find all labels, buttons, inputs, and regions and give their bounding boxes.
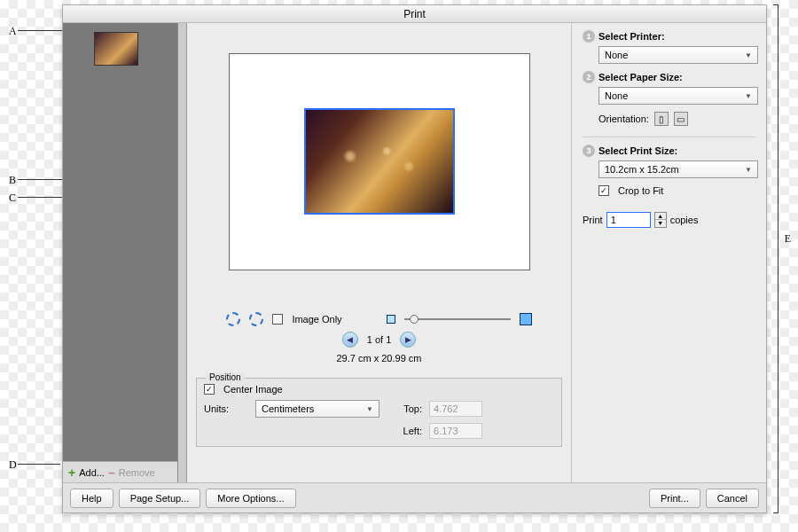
- dialog-footer: Help Page Setup... More Options... Print…: [63, 482, 766, 512]
- select-printer-label: Select Printer:: [598, 31, 665, 42]
- paper-size-value: None: [605, 90, 628, 101]
- top-label: Top:: [387, 403, 422, 414]
- pager-label: 1 of 1: [367, 334, 392, 345]
- callout-a: A: [9, 25, 17, 38]
- page-setup-button[interactable]: Page Setup...: [119, 489, 201, 508]
- units-select[interactable]: Centimeters▼: [255, 400, 379, 418]
- units-label: Units:: [204, 403, 248, 414]
- dialog-title: Print: [63, 5, 766, 23]
- help-button[interactable]: Help: [70, 489, 113, 508]
- paper-dimensions: 29.7 cm x 20.99 cm: [337, 353, 422, 364]
- project-bin: + Add... – Remove: [63, 23, 178, 482]
- leader-d: [18, 464, 60, 465]
- print-word: Print: [583, 215, 603, 225]
- print-dialog: Print + Add... – Remove: [62, 4, 767, 513]
- copies-stepper[interactable]: ▲▼: [654, 212, 667, 228]
- more-options-button[interactable]: More Options...: [206, 489, 295, 508]
- orientation-label: Orientation:: [598, 113, 649, 124]
- selected-photo[interactable]: [304, 108, 455, 215]
- rotate-right-icon[interactable]: [249, 312, 263, 326]
- add-button[interactable]: Add...: [79, 467, 105, 478]
- copies-input[interactable]: [606, 212, 651, 228]
- chevron-down-icon: ▼: [745, 51, 752, 59]
- callout-b: B: [9, 174, 16, 187]
- chevron-down-icon: ▼: [745, 92, 752, 100]
- cancel-button[interactable]: Cancel: [706, 489, 759, 508]
- printer-select[interactable]: None▼: [598, 46, 758, 64]
- remove-button: Remove: [119, 467, 155, 478]
- prev-button[interactable]: ◀: [342, 332, 358, 348]
- copies-label: copies: [670, 215, 699, 225]
- bracket-e: [773, 4, 778, 513]
- print-preview-paper: [229, 53, 530, 270]
- paper-size-select[interactable]: None▼: [598, 87, 758, 105]
- top-field: 4.762: [429, 401, 482, 417]
- printer-settings: 1Select Printer: None▼ 2Select Paper Siz…: [571, 23, 766, 482]
- print-size-value: 10.2cm x 15.2cm: [605, 164, 679, 175]
- left-field: 6.173: [429, 423, 482, 439]
- portrait-icon[interactable]: ▯: [654, 112, 669, 126]
- divider: [583, 137, 755, 137]
- minus-icon: –: [108, 466, 115, 480]
- printer-value: None: [605, 50, 628, 60]
- chevron-down-icon: ▼: [366, 405, 373, 413]
- zoom-out-icon[interactable]: [387, 315, 395, 324]
- print-size-select[interactable]: 10.2cm x 15.2cm▼: [598, 160, 758, 178]
- print-button[interactable]: Print...: [649, 489, 700, 508]
- preview-column: Image Only ◀ 1 of 1 ▶ 29.7 cm x 20.99 cm…: [187, 23, 571, 482]
- image-only-checkbox[interactable]: [272, 314, 283, 325]
- crop-to-fit-checkbox[interactable]: ✓: [598, 185, 609, 196]
- photo-thumbnail[interactable]: [94, 32, 138, 66]
- divider-strip: [178, 23, 187, 482]
- select-paper-label: Select Paper Size:: [598, 72, 683, 82]
- step-2-icon: 2: [583, 71, 595, 83]
- units-value: Centimeters: [262, 403, 314, 414]
- image-only-label: Image Only: [292, 314, 341, 325]
- crop-to-fit-label: Crop to Fit: [618, 185, 663, 196]
- callout-e: E: [785, 232, 791, 246]
- select-print-size-label: Select Print Size:: [598, 145, 677, 156]
- dialog-body: + Add... – Remove Image Only: [63, 23, 766, 482]
- callout-c: C: [9, 192, 16, 205]
- next-button[interactable]: ▶: [400, 332, 416, 348]
- position-legend: Position: [206, 372, 245, 382]
- rotate-left-icon[interactable]: [226, 312, 240, 326]
- callout-d: D: [9, 458, 17, 472]
- left-label: Left:: [387, 426, 422, 436]
- step-1-icon: 1: [583, 30, 595, 43]
- chevron-down-icon: ▼: [745, 166, 752, 174]
- preview-controls: Image Only ◀ 1 of 1 ▶ 29.7 cm x 20.99 cm: [191, 294, 567, 374]
- center-image-checkbox[interactable]: ✓: [204, 384, 215, 395]
- position-panel: Position ✓ Center Image Units: Centimete…: [196, 378, 562, 447]
- center-image-label: Center Image: [223, 384, 283, 395]
- landscape-icon[interactable]: ▭: [674, 112, 688, 126]
- add-remove-bar: + Add... – Remove: [63, 461, 177, 482]
- step-3-icon: 3: [583, 145, 595, 157]
- zoom-slider[interactable]: [404, 314, 511, 325]
- plus-icon: +: [68, 466, 75, 480]
- zoom-in-icon[interactable]: [520, 313, 532, 325]
